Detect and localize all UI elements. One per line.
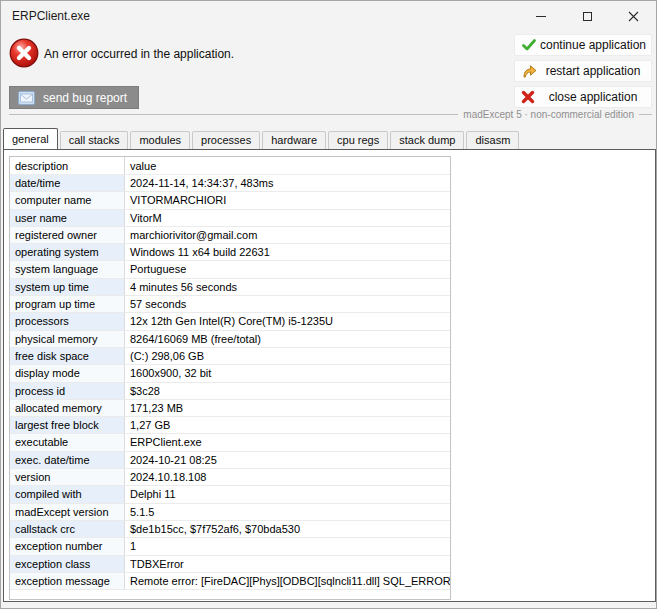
restart-application-label: restart application [546, 64, 641, 78]
tab-hardware[interactable]: hardware [262, 131, 326, 149]
row-description: madExcept version [10, 504, 125, 520]
table-row[interactable]: callstack crc $de1b15cc, $7f752af6, $70b… [10, 521, 450, 538]
red-x-icon [521, 90, 535, 104]
minimize-button[interactable] [518, 1, 564, 31]
row-value: 4 minutes 56 seconds [125, 279, 450, 295]
titlebar: ERPClient.exe [1, 1, 656, 31]
table-row[interactable]: processors 12x 12th Gen Intel(R) Core(TM… [10, 313, 450, 330]
table-row[interactable]: operating system Windows 11 x64 build 22… [10, 244, 450, 261]
tab-modules[interactable]: modules [130, 131, 190, 149]
row-value: 57 seconds [125, 296, 450, 312]
column-header-description[interactable]: description [10, 157, 125, 174]
row-value: 2024.10.18.108 [125, 469, 450, 485]
table-row[interactable]: date/time 2024-11-14, 14:34:37, 483ms [10, 175, 450, 192]
continue-application-label: continue application [540, 38, 646, 52]
row-description: program up time [10, 296, 125, 312]
window-title: ERPClient.exe [12, 9, 90, 23]
tab-call-stacks[interactable]: call stacks [60, 131, 129, 149]
table-row[interactable]: version 2024.10.18.108 [10, 469, 450, 486]
tab-strip: general call stacks modules processes ha… [3, 128, 521, 149]
divider-line-end [639, 114, 652, 115]
table-row[interactable]: process id $3c28 [10, 383, 450, 400]
table-row[interactable]: display mode 1600x900, 32 bit [10, 365, 450, 382]
send-bug-report-label: send bug report [43, 91, 127, 105]
table-row[interactable]: exception message Remote error: [FireDAC… [10, 573, 450, 590]
row-value: ERPClient.exe [125, 434, 450, 450]
error-icon [9, 38, 39, 68]
row-value: 171,23 MB [125, 400, 450, 416]
table-row[interactable]: exception number 1 [10, 538, 450, 555]
row-description: operating system [10, 244, 125, 260]
table-row[interactable]: free disk space (C:) 298,06 GB [10, 348, 450, 365]
row-description: physical memory [10, 331, 125, 347]
row-value: marchiorivitor@gmail.com [125, 227, 450, 243]
row-value: $3c28 [125, 383, 450, 399]
divider-line [9, 114, 458, 115]
table-row[interactable]: allocated memory 171,23 MB [10, 400, 450, 417]
tab-general[interactable]: general [3, 128, 58, 149]
row-description: process id [10, 383, 125, 399]
row-value: 1,27 GB [125, 417, 450, 433]
action-buttons: continue application restart application… [514, 34, 652, 108]
minimize-icon [536, 16, 546, 17]
row-description: callstack crc [10, 521, 125, 537]
send-bug-report-button[interactable]: send bug report [9, 86, 139, 109]
row-value: 8264/16069 MB (free/total) [125, 331, 450, 347]
table-row[interactable]: exec. date/time 2024-10-21 08:25 [10, 452, 450, 469]
table-row[interactable]: registered owner marchiorivitor@gmail.co… [10, 227, 450, 244]
row-value: Portuguese [125, 261, 450, 277]
close-button[interactable] [610, 1, 656, 31]
table-row[interactable]: madExcept version 5.1.5 [10, 504, 450, 521]
table-row[interactable]: program up time 57 seconds [10, 296, 450, 313]
table-row[interactable]: exception class TDBXError [10, 556, 450, 573]
row-description: free disk space [10, 348, 125, 364]
row-value: Delphi 11 [125, 486, 450, 502]
table-row[interactable]: executable ERPClient.exe [10, 434, 450, 451]
table-row[interactable]: largest free block 1,27 GB [10, 417, 450, 434]
row-value: (C:) 298,06 GB [125, 348, 450, 364]
row-value: 5.1.5 [125, 504, 450, 520]
error-message: An error occurred in the application. [44, 47, 234, 61]
close-application-label: close application [549, 90, 638, 104]
general-tab-panel: description value date/time 2024-11-14, … [3, 149, 656, 602]
table-row[interactable]: physical memory 8264/16069 MB (free/tota… [10, 331, 450, 348]
madexcept-branding: madExcept 5 · non-commercial edition [458, 109, 639, 120]
info-table-body: date/time 2024-11-14, 14:34:37, 483ms co… [10, 175, 450, 590]
row-description: compiled with [10, 486, 125, 502]
row-description: largest free block [10, 417, 125, 433]
table-row[interactable]: computer name VITORMARCHIORI [10, 192, 450, 209]
maximize-icon [583, 12, 592, 21]
info-table-footer [10, 590, 450, 599]
close-icon [628, 11, 639, 22]
table-row[interactable]: compiled with Delphi 11 [10, 486, 450, 503]
table-row[interactable]: system up time 4 minutes 56 seconds [10, 279, 450, 296]
row-description: version [10, 469, 125, 485]
close-application-button[interactable]: close application [514, 86, 652, 108]
row-value: 2024-11-14, 14:34:37, 483ms [125, 175, 450, 191]
row-value: VitorM [125, 210, 450, 226]
branding-divider: madExcept 5 · non-commercial edition [9, 108, 652, 121]
row-value: 12x 12th Gen Intel(R) Core(TM) i5-1235U [125, 313, 450, 329]
tab-stack-dump[interactable]: stack dump [390, 131, 464, 149]
row-description: allocated memory [10, 400, 125, 416]
table-row[interactable]: system language Portuguese [10, 261, 450, 278]
green-check-icon [521, 38, 537, 52]
row-description: exception class [10, 556, 125, 572]
tab-cpu-regs[interactable]: cpu regs [328, 131, 388, 149]
continue-application-button[interactable]: continue application [514, 34, 652, 56]
info-table-header: description value [10, 157, 450, 175]
row-value: 1 [125, 538, 450, 554]
table-row[interactable]: user name VitorM [10, 210, 450, 227]
row-value: VITORMARCHIORI [125, 192, 450, 208]
row-description: executable [10, 434, 125, 450]
row-description: exception message [10, 573, 125, 589]
tab-processes[interactable]: processes [192, 131, 260, 149]
column-header-value[interactable]: value [125, 157, 450, 174]
tab-disasm[interactable]: disasm [466, 131, 519, 149]
row-value: Remote error: [FireDAC][Phys][ODBC][sqln… [125, 573, 450, 589]
row-description: computer name [10, 192, 125, 208]
maximize-button[interactable] [564, 1, 610, 31]
row-description: registered owner [10, 227, 125, 243]
restart-application-button[interactable]: restart application [514, 60, 652, 82]
row-description: date/time [10, 175, 125, 191]
